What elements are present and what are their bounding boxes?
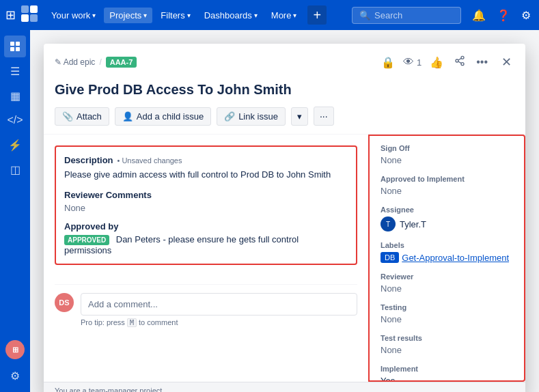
labels-field: Labels DB Get-Approval-to-Implement [381, 241, 513, 263]
settings-icon[interactable]: ⚙ [519, 6, 534, 25]
sidebar-list-icon[interactable]: ☰ [4, 60, 26, 82]
projects-caret-icon: ▾ [143, 12, 147, 19]
sidebar-deploy-icon[interactable]: ⚡ [4, 134, 26, 156]
reviewer-comments-value: None [64, 203, 348, 213]
projects-menu[interactable]: Projects ▾ [104, 8, 152, 23]
sidebar-code-icon[interactable]: </> [4, 109, 26, 131]
assignee-label: Assignee [381, 206, 513, 214]
svg-rect-7 [16, 47, 20, 51]
share-icon[interactable] [452, 53, 468, 72]
description-text: Please give admin access with full contr… [64, 168, 348, 182]
search-input[interactable]: 🔍 Search [352, 7, 461, 24]
implement-field: Implement Yes [381, 365, 513, 382]
approved-by-value: APPROVED Dan Peters - please ensure he g… [64, 234, 348, 255]
sidebar-home-icon[interactable] [4, 36, 26, 57]
sign-off-field: Sign Off None [381, 144, 513, 165]
help-icon[interactable]: ❓ [494, 6, 513, 25]
filters-caret-icon: ▾ [187, 12, 191, 19]
svg-line-12 [458, 58, 462, 60]
testing-label: Testing [381, 303, 513, 311]
link-issue-button[interactable]: 🔗 Link issue [217, 107, 286, 126]
dashboards-menu[interactable]: Dashboards ▾ [199, 8, 263, 23]
reviewer-comments-label: Reviewer Comments [64, 190, 348, 200]
comment-tip: Pro tip: press M to comment [81, 318, 357, 326]
reviewer-value: None [381, 283, 513, 294]
commenter-avatar: DS [55, 293, 74, 312]
label-approval-tag[interactable]: Get-Approval-to-Implement [402, 253, 509, 263]
thumbsup-icon[interactable]: 👍 [427, 53, 446, 72]
assignee-field: Assignee T Tyler.T [381, 206, 513, 232]
sidebar: ☰ ▦ </> ⚡ ◫ ⊞ ⚙ [0, 30, 30, 392]
svg-rect-3 [30, 14, 38, 22]
toolbar-dropdown-button[interactable]: ▾ [291, 107, 308, 126]
svg-rect-0 [21, 5, 29, 13]
filters-menu[interactable]: Filters ▾ [155, 8, 195, 23]
breadcrumb-issue-key[interactable]: AAA-7 [106, 57, 137, 68]
assignee-name[interactable]: Tyler.T [400, 219, 426, 229]
comment-area: DS Add a comment... Pro tip: press M to … [55, 284, 357, 326]
sidebar-reports-icon[interactable]: ◫ [4, 158, 26, 180]
breadcrumb-add-epic[interactable]: ✎ Add epic [55, 57, 95, 67]
labels-label: Labels [381, 241, 513, 249]
testing-field: Testing None [381, 303, 513, 324]
approved-by-label: Approved by [64, 221, 348, 232]
label-db-tag[interactable]: DB [381, 252, 399, 263]
main-layout: ☰ ▦ </> ⚡ ◫ ⊞ ⚙ ✎ Add epic / AAA-7 🔒 [0, 30, 539, 392]
reviewer-comments-section: Reviewer Comments None [64, 190, 348, 213]
notifications-icon[interactable]: 🔔 [469, 6, 488, 25]
lock-icon[interactable]: 🔒 [378, 53, 398, 72]
avatar[interactable]: ⊞ [5, 340, 25, 359]
toolbar-more-button[interactable]: ··· [314, 107, 334, 126]
content-area: ✎ Add epic / AAA-7 🔒 👁 1 👍 [30, 30, 539, 392]
search-icon: 🔍 [359, 10, 370, 20]
grid-icon[interactable]: ⊞ [5, 8, 16, 23]
eye-icon[interactable]: 👁 [403, 56, 414, 68]
svg-rect-4 [10, 42, 14, 46]
paperclip-icon: 📎 [62, 111, 73, 122]
your-work-caret-icon: ▾ [92, 12, 96, 19]
svg-rect-1 [30, 5, 38, 13]
labels-value: DB Get-Approval-to-Implement [381, 252, 509, 263]
approved-to-implement-field: Approved to Implement None [381, 175, 513, 196]
assignee-avatar: T [381, 216, 396, 232]
sidebar-board-icon[interactable]: ▦ [4, 85, 26, 107]
svg-rect-5 [16, 42, 20, 46]
bottom-tip: You are a team-manager project [44, 382, 525, 392]
more-actions-icon[interactable]: ••• [473, 53, 490, 71]
modal-title-area: Give Prod DB Access To John Smith [44, 78, 525, 107]
top-navigation: ⊞ Your work ▾ Projects ▾ Filters ▾ Dashb… [0, 0, 539, 30]
implement-label: Implement [381, 365, 513, 373]
svg-point-8 [461, 56, 464, 59]
svg-rect-6 [10, 47, 14, 51]
more-menu[interactable]: More ▾ [266, 8, 303, 23]
keyboard-shortcut: M [127, 318, 137, 327]
add-child-issue-button[interactable]: 👤 Add a child issue [115, 107, 211, 126]
approved-by-section: Approved by APPROVED Dan Peters - please… [64, 221, 348, 255]
approved-to-implement-label: Approved to Implement [381, 175, 513, 183]
your-work-menu[interactable]: Your work ▾ [46, 8, 101, 23]
svg-point-10 [461, 63, 464, 66]
sign-off-value: None [381, 155, 513, 165]
modal-body: Description • Unsaved changes Please giv… [44, 134, 525, 382]
modal-topbar: ✎ Add epic / AAA-7 🔒 👁 1 👍 [44, 44, 525, 78]
create-button[interactable]: + [307, 5, 327, 25]
svg-line-11 [458, 61, 462, 64]
watch-badge: 👁 1 [403, 56, 421, 68]
issue-title: Give Prod DB Access To John Smith [55, 81, 514, 98]
modal-right-panel: Sign Off None Approved to Implement None… [368, 135, 525, 382]
breadcrumb-separator: / [99, 57, 101, 67]
attach-button[interactable]: 📎 Attach [55, 107, 109, 126]
sign-off-label: Sign Off [381, 144, 513, 152]
logo-icon[interactable] [21, 5, 38, 25]
comment-input[interactable]: Add a comment... [81, 293, 357, 316]
breadcrumb: ✎ Add epic / AAA-7 [55, 57, 137, 68]
close-button[interactable]: ✕ [499, 52, 514, 72]
child-icon: 👤 [122, 111, 133, 122]
approved-to-implement-value: None [381, 186, 513, 196]
sidebar-settings-icon[interactable]: ⚙ [4, 365, 26, 387]
more-caret-icon: ▾ [293, 12, 296, 19]
assignee-row: T Tyler.T [381, 216, 513, 232]
comment-input-wrap: Add a comment... Pro tip: press M to com… [81, 293, 357, 326]
description-label: Description • Unsaved changes [64, 155, 348, 165]
issue-modal: ✎ Add epic / AAA-7 🔒 👁 1 👍 [44, 44, 525, 392]
